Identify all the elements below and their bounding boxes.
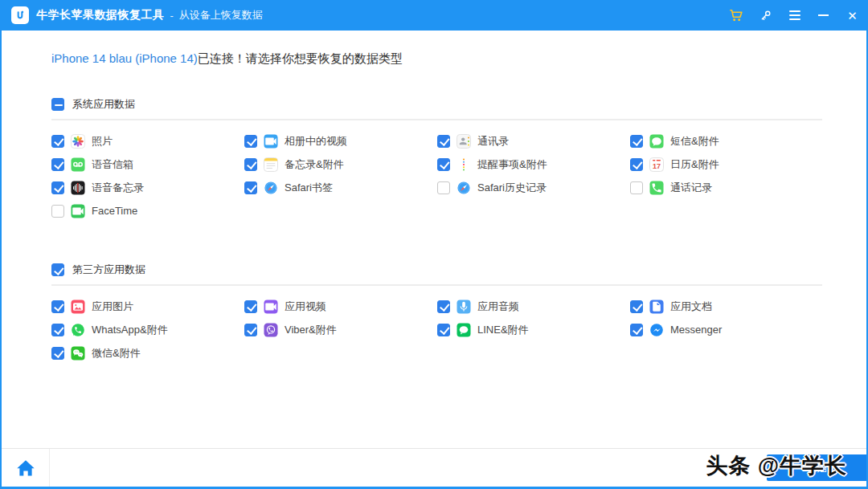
close-icon[interactable]: ✕ [845,8,860,23]
section: 系统应用数据 照片 相册中的视频 通讯录 短信&附件 语音信箱 备忘录&附件 提… [51,97,822,222]
menu-icon[interactable] [787,8,802,23]
section: 第三方应用数据 应用图片 应用视频 应用音频 应用文档 WhatsApp&附件 … [51,263,822,365]
item-messenger[interactable]: Messenger [630,323,823,337]
item-album-videos[interactable]: 相册中的视频 [244,134,437,149]
item-reminders[interactable]: 提醒事项&附件 [437,157,630,172]
messenger-icon [649,323,664,337]
photos-icon [71,134,85,149]
app-doc-icon [649,300,664,314]
item-label: 应用文档 [670,300,712,314]
item-checkbox[interactable] [630,324,643,336]
item-label: 微信&附件 [92,346,141,361]
item-label: 日历&附件 [670,157,719,172]
viber-icon [264,323,278,337]
item-notes[interactable]: 备忘录&附件 [244,157,437,172]
item-checkbox[interactable] [437,158,450,171]
item-checkbox[interactable] [51,347,64,360]
voicemail-icon [71,157,85,172]
app-window: 牛学长苹果数据恢复工具 - 从设备上恢复数据 ✕ iPhone 14 blau … [0,0,868,489]
item-checkbox[interactable] [51,300,64,313]
contacts-icon [457,134,471,149]
voicememo-icon [71,181,85,195]
item-voicemail[interactable]: 语音信箱 [51,157,244,172]
window-body: iPhone 14 blau (iPhone 14)已连接！请选择你想要恢复的数… [0,31,868,489]
main-content: iPhone 14 blau (iPhone 14)已连接！请选择你想要恢复的数… [2,31,866,448]
item-label: LINE&附件 [477,323,529,337]
item-label: Safari历史记录 [477,181,547,195]
item-wechat[interactable]: 微信&附件 [51,346,244,361]
item-checkbox[interactable] [244,181,257,194]
app-audio-icon [457,300,471,314]
item-label: 应用图片 [92,300,133,314]
app-title: 牛学长苹果数据恢复工具 [36,8,165,22]
item-app-audio[interactable]: 应用音频 [437,300,630,314]
item-safari-history[interactable]: Safari历史记录 [437,181,630,195]
item-label: 通话记录 [670,181,712,195]
item-label: 应用音频 [477,300,519,314]
item-whatsapp[interactable]: WhatsApp&附件 [51,323,244,337]
cart-icon[interactable] [729,8,744,23]
item-checkbox[interactable] [437,300,450,313]
item-checkbox[interactable] [437,135,450,148]
item-checkbox[interactable] [244,324,257,336]
item-checkbox[interactable] [630,135,643,148]
section-divider [51,119,822,120]
item-label: 短信&附件 [670,134,719,149]
item-facetime[interactable]: FaceTime [51,204,244,218]
whatsapp-icon [71,323,85,337]
item-checkbox[interactable] [51,181,64,194]
item-checkbox[interactable] [437,324,450,336]
section-checkbox[interactable] [51,98,64,111]
app-subtitle: 从设备上恢复数据 [179,8,263,22]
item-voice-memos[interactable]: 语音备忘录 [51,181,244,195]
item-checkbox[interactable] [51,324,64,336]
item-checkbox[interactable] [630,300,643,313]
item-photos[interactable]: 照片 [51,134,244,149]
item-checkbox[interactable] [630,158,643,171]
scan-button[interactable]: 扫描 [767,454,866,481]
section-header: 第三方应用数据 [51,263,822,277]
item-label: 相册中的视频 [285,134,347,149]
item-contacts[interactable]: 通讯录 [437,134,630,149]
item-label: 应用视频 [285,300,326,314]
section-divider [51,284,822,286]
wechat-icon [71,346,85,361]
home-icon [15,458,36,478]
connection-status-text: 已连接！请选择你想要恢复的数据类型 [198,51,403,65]
key-icon[interactable] [758,8,773,23]
call-icon [649,181,664,195]
item-app-docs[interactable]: 应用文档 [630,300,823,314]
item-viber[interactable]: Viber&附件 [244,323,437,337]
section-grid: 照片 相册中的视频 通讯录 短信&附件 语音信箱 备忘录&附件 提醒事项&附件 … [51,129,822,222]
item-line[interactable]: LINE&附件 [437,323,630,337]
section-checkbox[interactable] [51,263,64,276]
item-checkbox[interactable] [51,158,64,171]
item-checkbox[interactable] [51,135,64,148]
minimize-icon[interactable] [816,8,831,23]
safari-icon [457,181,471,195]
item-label: Safari书签 [285,181,333,195]
item-checkbox[interactable] [244,158,257,171]
item-label: 通讯录 [477,134,509,149]
item-checkbox[interactable] [437,181,450,194]
item-label: 备忘录&附件 [285,157,344,172]
item-checkbox[interactable] [51,205,64,218]
item-calendar[interactable]: 日历&附件 [630,157,823,172]
item-checkbox[interactable] [630,181,643,194]
notes-icon [264,157,278,172]
item-checkbox[interactable] [244,300,257,313]
item-call-history[interactable]: 通话记录 [630,181,823,195]
item-safari-bookmarks[interactable]: Safari书签 [244,181,437,195]
item-app-videos[interactable]: 应用视频 [244,300,437,314]
line-icon [457,323,471,337]
section-title: 系统应用数据 [72,97,135,112]
title-separator: - [170,10,174,22]
home-button[interactable] [2,449,50,487]
item-checkbox[interactable] [244,135,257,148]
sms-icon [649,134,664,149]
item-app-photos[interactable]: 应用图片 [51,300,244,314]
item-label: Messenger [670,324,722,336]
sections-container: 系统应用数据 照片 相册中的视频 通讯录 短信&附件 语音信箱 备忘录&附件 提… [51,97,822,365]
album-video-icon [264,134,278,149]
item-messages[interactable]: 短信&附件 [630,134,823,149]
